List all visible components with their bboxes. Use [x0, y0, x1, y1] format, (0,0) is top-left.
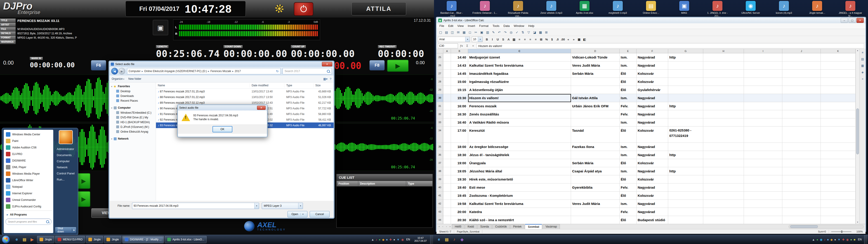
cell-studio-city[interactable]: Nagyvárad — [637, 208, 668, 216]
tray-icon[interactable]: ● — [850, 238, 852, 241]
cell-time[interactable]: 16:00 — [451, 102, 468, 110]
cell-studio-city[interactable]: Nagyvárad — [637, 143, 668, 151]
taskbar-clock[interactable]: 10:47 2017.04.07 — [412, 237, 429, 242]
scroll-up-icon[interactable]: ▲ — [856, 49, 860, 52]
row-header[interactable]: 25 — [436, 53, 443, 61]
cell-person[interactable]: Serbán Mária — [571, 69, 620, 78]
cell-empty[interactable] — [782, 126, 821, 143]
quick-launch-icon[interactable]: e — [436, 237, 442, 242]
bold-icon[interactable]: B — [485, 37, 489, 42]
cell-extra[interactable] — [668, 200, 703, 208]
cell-empty[interactable] — [782, 208, 821, 216]
cell-empty[interactable] — [744, 69, 782, 78]
scroll-down-icon[interactable]: ▼ — [856, 221, 860, 224]
align-left-icon[interactable]: ≡ — [517, 37, 522, 42]
sheet-row[interactable]: 41 19:45 Zsolozsma - Kompletórium Élő Ko… — [436, 191, 856, 200]
start-menu-link[interactable]: Run... — [55, 177, 76, 183]
breadcrumb-segment[interactable]: 2017 — [235, 69, 241, 73]
cell-empty[interactable] — [703, 61, 744, 69]
column-header[interactable]: J — [782, 49, 821, 53]
desktop-icon[interactable]: ◉ UltraVNC Server — [738, 1, 763, 18]
show-desktop-button[interactable] — [864, 235, 867, 244]
cell-empty[interactable] — [821, 102, 856, 110]
cell-broadcast-type[interactable]: Élő — [620, 86, 637, 94]
sheet-tab[interactable]: Csütörtök — [492, 224, 510, 229]
cell-person[interactable]: Gyerekbiblia — [571, 183, 620, 191]
sheet-row[interactable]: 40 19:40 Esti mese Gyerekbiblia Felv. Na… — [436, 183, 856, 191]
quick-launch-icon[interactable]: ▶ — [29, 237, 35, 242]
tray-icon[interactable]: ■ — [827, 238, 829, 241]
cell-studio-city[interactable]: Nagyvárad — [637, 94, 668, 102]
cell-empty[interactable] — [821, 53, 856, 61]
cell-a[interactable] — [443, 126, 451, 143]
cell-broadcast-type[interactable]: Élő — [620, 191, 637, 200]
cell-person[interactable]: Serbán Mária — [571, 159, 620, 167]
cell-extra[interactable] — [668, 175, 703, 183]
menu-item[interactable]: Insert — [466, 23, 477, 29]
cell-program-title[interactable]: Az öregkor bölcsessége — [468, 143, 571, 151]
cell-program-title[interactable]: Ferences mozaik — [468, 102, 571, 110]
tray-icon[interactable]: ▼ — [397, 238, 400, 241]
column-header[interactable]: F — [637, 49, 668, 53]
cell-broadcast-type[interactable]: Ism. — [620, 151, 637, 159]
sheet-row[interactable]: 30 15:30 Hiszem és vallom! Gál István At… — [436, 94, 856, 102]
sheet-row[interactable]: 38 19:05 Jézushoz Mária által Csapai Árp… — [436, 167, 856, 175]
cell-empty[interactable] — [703, 78, 744, 86]
cell-broadcast-type[interactable]: Felv. — [620, 183, 637, 191]
cell-empty[interactable] — [744, 200, 782, 208]
find-replace-icon[interactable]: ◎ — [508, 30, 514, 35]
align-center-icon[interactable]: ≡ — [522, 37, 527, 42]
decrease-indent-icon[interactable]: « — [566, 37, 571, 42]
cell-empty[interactable] — [782, 61, 821, 69]
cell-empty[interactable] — [744, 159, 782, 167]
cell-empty[interactable] — [744, 216, 782, 224]
cell-empty[interactable] — [821, 126, 856, 143]
start-menu-item[interactable]: DIGIWARE — [4, 157, 53, 164]
chevron-down-icon[interactable] — [298, 203, 303, 209]
cell-empty[interactable] — [782, 191, 821, 200]
scrollbar-thumb[interactable] — [790, 225, 818, 228]
sum-indicator[interactable]: Sum=0 — [815, 230, 829, 233]
cell-empty[interactable] — [821, 167, 856, 175]
email-icon[interactable]: ✉ — [456, 30, 461, 35]
cell-empty[interactable] — [703, 102, 744, 110]
cell-empty[interactable] — [821, 216, 856, 224]
cell-broadcast-type[interactable]: Ism. — [620, 143, 637, 151]
menu-item[interactable]: File — [437, 23, 446, 29]
start-menu-item[interactable]: Paint — [4, 138, 53, 144]
cell-a[interactable] — [443, 183, 451, 191]
navigator-panel-icon[interactable]: ◈ — [862, 70, 864, 74]
sheet-row[interactable]: 44 20:30 Kiáltó szó - ima a nemzetért Él… — [436, 216, 856, 224]
cell-empty[interactable] — [782, 143, 821, 151]
desktop-icon[interactable]: ▣ MIKE — [672, 1, 697, 18]
desktop-icon[interactable]: ♪ 1. JINGEL 3. éne - 201... — [705, 1, 730, 18]
row-header[interactable]: 40 — [436, 183, 443, 191]
cell-extra[interactable] — [668, 183, 703, 191]
cell-broadcast-type[interactable]: Élő — [620, 216, 637, 224]
cell-program-title[interactable]: Úrangyala — [468, 159, 571, 167]
function-wizard-icon[interactable]: ƒx — [459, 43, 464, 48]
quick-launch-icon[interactable]: ▤ — [444, 237, 450, 242]
cell-empty[interactable] — [703, 110, 744, 118]
cell-empty[interactable] — [703, 183, 744, 191]
cell-a[interactable] — [443, 110, 451, 118]
row-header[interactable]: 37 — [436, 159, 443, 167]
desktop-icon[interactable]: ♪ korom (4).mp3 — [771, 1, 797, 18]
taskbar-window-button[interactable]: MENU/ DJ-PRO — [55, 236, 85, 243]
cell-empty[interactable] — [821, 143, 856, 151]
undo-icon[interactable]: ↶ — [497, 30, 502, 35]
highlight-color-icon[interactable]: ▨ — [512, 37, 517, 42]
start-menu-item[interactable]: Notepad — [4, 183, 53, 190]
quick-launch-icon[interactable]: e — [14, 237, 20, 242]
cell-program-title[interactable]: Medjugorjei üzenet — [468, 53, 571, 61]
cell-time[interactable]: 18:30 — [451, 151, 468, 159]
sheet-tab[interactable]: Péntek — [510, 224, 524, 229]
cell-studio-city[interactable]: Nagyvárad — [637, 61, 668, 69]
corner-box[interactable] — [436, 49, 443, 53]
cell-a[interactable] — [443, 102, 451, 110]
cell-studio-city[interactable]: Nagyvárad — [637, 118, 668, 126]
cell-person[interactable] — [571, 175, 620, 183]
cell-person[interactable]: Fazekas Ilona — [571, 143, 620, 151]
cell-person[interactable]: Tasnád — [571, 126, 620, 143]
cell-program-title[interactable]: Keresztút — [468, 126, 571, 143]
